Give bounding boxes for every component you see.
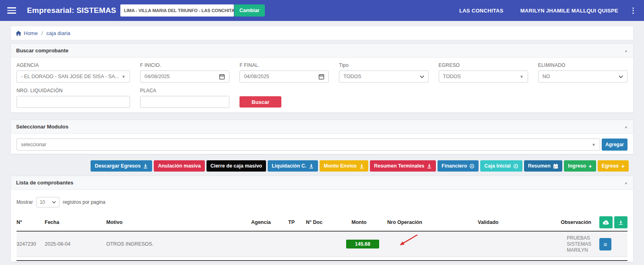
hamburger-icon: ≡: [604, 241, 607, 248]
app-title: Empresarial: SISTEMAS: [27, 6, 116, 15]
caret-down-icon: ▼: [119, 75, 126, 79]
page-size-row: Mostrar 10 registros por pagina: [17, 197, 627, 207]
row-menu-button[interactable]: ≡: [599, 238, 611, 251]
download-button[interactable]: [614, 216, 627, 228]
download-icon: [359, 164, 364, 169]
f-inicio-value: 04/08/2025: [144, 74, 170, 79]
col-fecha[interactable]: Fecha: [41, 219, 102, 225]
modules-panel-title: Seleccionar Modulos: [16, 124, 68, 130]
egreso-button[interactable]: Egreso +: [598, 160, 629, 172]
financiero-button[interactable]: Financiero: [438, 160, 479, 172]
cell-nro: 3247230: [17, 241, 41, 247]
col-ndoc[interactable]: N° Doc: [302, 219, 335, 225]
agregar-button[interactable]: Agregar: [602, 139, 627, 151]
collapse-caret-icon[interactable]: ▲: [624, 49, 628, 53]
button-label: Descargar Egresos: [95, 163, 140, 169]
download-icon: [618, 220, 623, 225]
col-nro-operacion[interactable]: Nro Operación: [383, 219, 474, 225]
button-label: Financiero: [442, 163, 467, 169]
breadcrumb-home-link[interactable]: Home: [16, 30, 38, 36]
search-panel: Buscar comprobante ▲ AGENCIA - EL DORADO…: [10, 43, 634, 113]
breadcrumb-home-label: Home: [24, 30, 38, 36]
eliminado-select[interactable]: NO: [538, 70, 627, 83]
tipo-value: TODOS: [343, 74, 361, 79]
modules-row: seleccionar ▼ Agregar: [11, 134, 633, 154]
list-panel-header: Lista de comprobantes ▲: [11, 176, 633, 190]
anulacion-masiva-button[interactable]: Anulación masiva: [154, 160, 204, 172]
f-inicio-label: F INICIO.: [140, 62, 229, 68]
col-nro[interactable]: N°: [17, 219, 41, 225]
caja-inicial-button[interactable]: Caja Inicial: [480, 160, 522, 172]
breadcrumb-current: caja diaria: [46, 30, 70, 36]
kebab-menu-icon[interactable]: ⋮: [630, 7, 637, 14]
agencia-field: AGENCIA - EL DORADO - SAN JOSE DE SISA -…: [17, 62, 130, 83]
button-label: Egreso: [602, 163, 619, 169]
search-panel-title: Buscar comprobante: [16, 48, 68, 54]
nro-liquidacion-field: NRO. LIQUIDACIÓN: [17, 88, 130, 108]
collapse-caret-icon[interactable]: ▲: [624, 181, 628, 185]
f-final-field: F FINAL. 04/08/2025: [239, 62, 329, 83]
tipo-label: Tipo: [339, 62, 428, 68]
col-observacion[interactable]: Observación: [546, 219, 595, 225]
button-label: Caja Inicial: [484, 163, 510, 169]
ingreso-button[interactable]: Ingreso +: [564, 160, 596, 172]
calendar-icon: [553, 164, 558, 169]
app-header: Empresarial: SISTEMAS LIMA - VILLA MARIA…: [0, 0, 644, 21]
modules-select[interactable]: seleccionar ▼: [17, 139, 600, 151]
office-selector[interactable]: LIMA - VILLA MARIA DEL TRIUNFO - LAS CON…: [120, 4, 234, 17]
menu-icon[interactable]: [7, 7, 16, 14]
tipo-select[interactable]: TODOS: [339, 70, 428, 83]
cierre-caja-masivo-button[interactable]: Cierre de caja masivo: [206, 160, 266, 172]
placa-label: PLACA: [140, 88, 229, 93]
col-motivo[interactable]: Motivo: [102, 219, 247, 225]
nro-liquidacion-input[interactable]: [17, 96, 130, 108]
user-name[interactable]: MARILYN JHAMILE MALLQUI QUISPE: [520, 8, 618, 14]
cell-fecha: 2025-08-04: [41, 241, 102, 247]
table-header: N° Fecha Motivo Agencia TP N° Doc Monto …: [17, 214, 627, 232]
cambiar-button[interactable]: Cambiar: [234, 4, 265, 17]
registros-label: registros por pagina: [63, 199, 105, 205]
row-actions-cell: ≡: [595, 238, 627, 251]
egreso-value: TODOS: [443, 74, 461, 79]
breadcrumb-separator: /: [41, 30, 43, 36]
record-circle-icon: [469, 164, 475, 169]
agency-name[interactable]: LAS CONCHITAS: [459, 8, 504, 14]
office-selector-value: LIMA - VILLA MARIA DEL TRIUNFO - LAS CON…: [124, 8, 234, 13]
col-tp[interactable]: TP: [284, 219, 302, 225]
egreso-field: EGRESO TODOS ▼: [439, 62, 528, 83]
agencia-label: AGENCIA: [17, 62, 130, 68]
collapse-caret-icon[interactable]: ▲: [624, 125, 628, 129]
download-icon: [143, 164, 148, 169]
egreso-label: EGRESO: [439, 62, 528, 68]
button-label: Resumen: [528, 163, 551, 169]
button-label: Monto Envios: [324, 163, 357, 169]
buscar-button[interactable]: Buscar: [239, 96, 281, 108]
placa-input[interactable]: [140, 96, 229, 108]
col-validado[interactable]: Validado: [474, 219, 546, 225]
egreso-select[interactable]: TODOS ▼: [439, 70, 528, 83]
f-final-date-input[interactable]: 04/08/2025: [239, 70, 329, 83]
resumen-terminales-button[interactable]: Resumen Terminales: [370, 160, 436, 172]
f-inicio-field: F INICIO. 04/08/2025: [140, 62, 229, 83]
col-monto[interactable]: Monto: [335, 219, 383, 225]
page-size-select[interactable]: 10: [36, 197, 60, 207]
f-inicio-date-input[interactable]: 04/08/2025: [140, 70, 229, 83]
search-form: AGENCIA - EL DORADO - SAN JOSE DE SISA -…: [11, 58, 633, 112]
page-size-value: 10: [40, 199, 45, 205]
liquidacion-c-button[interactable]: Liquidación C.: [268, 160, 318, 172]
modules-panel-header: Seleccionar Modulos ▲: [11, 120, 633, 134]
col-agencia[interactable]: Agencia: [247, 219, 284, 225]
calendar-icon[interactable]: [217, 74, 225, 80]
descargar-egresos-button[interactable]: Descargar Egresos: [91, 160, 152, 172]
f-final-label: F FINAL.: [239, 62, 329, 68]
button-label: Ingreso: [568, 163, 586, 169]
calendar-icon[interactable]: [316, 74, 324, 80]
table-row[interactable]: 3247230 2025-08-04 OTROS INGRESOS. 145.6…: [17, 232, 627, 257]
cloud-download-button[interactable]: [599, 216, 613, 228]
breadcrumb: Home / caja diaria: [10, 26, 634, 40]
f-final-value: 04/08/2025: [244, 74, 269, 79]
monto-envios-button[interactable]: Monto Envios: [320, 160, 368, 172]
agencia-select[interactable]: - EL DORADO - SAN JOSE DE SISA - SA... ▼: [17, 70, 130, 83]
resumen-button[interactable]: Resumen: [524, 160, 562, 172]
agencia-value: - EL DORADO - SAN JOSE DE SISA - SA...: [21, 74, 119, 79]
